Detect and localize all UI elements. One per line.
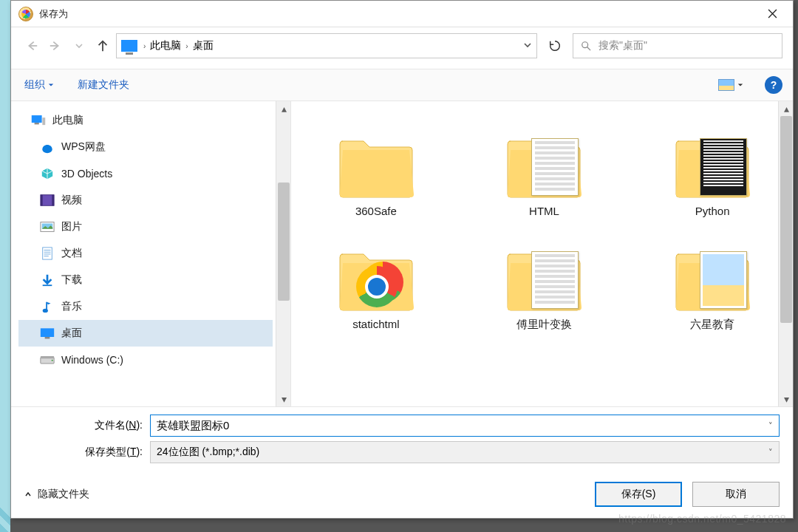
folder-icon	[673, 113, 751, 199]
music-icon	[39, 299, 55, 314]
svg-point-0	[582, 42, 588, 48]
filename-input[interactable]	[157, 420, 768, 432]
content-pane[interactable]: 360SafeHTMLPythonstatichtml傅里叶变换六星教育	[291, 101, 778, 406]
content-scrollbar[interactable]: ▴ ▾	[778, 101, 793, 406]
recent-dropdown[interactable]	[69, 35, 89, 56]
tree-item-desk[interactable]: 桌面	[18, 320, 273, 347]
folder-label: statichtml	[352, 318, 399, 330]
arrow-right-icon	[49, 39, 62, 52]
scrollbar-up-icon[interactable]: ▴	[276, 101, 291, 116]
address-bar[interactable]: › 此电脑 › 桌面	[116, 33, 537, 58]
scrollbar-thumb[interactable]	[278, 183, 290, 301]
filename-dropdown[interactable]: ˅	[768, 421, 773, 431]
svg-rect-6	[52, 195, 54, 206]
svg-rect-12	[41, 328, 54, 337]
folder-item[interactable]: 360Safe	[318, 113, 434, 217]
tree-item-music[interactable]: 音乐	[18, 293, 273, 320]
folder-item[interactable]: Python	[654, 113, 771, 217]
tree-root-thispc[interactable]: 此电脑	[18, 107, 273, 134]
folder-label: 傅里叶变换	[516, 318, 572, 332]
help-button[interactable]: ?	[765, 76, 782, 94]
breadcrumb-desktop[interactable]: 桌面	[193, 39, 214, 52]
search-placeholder: 搜索"桌面"	[598, 39, 647, 52]
tree-item-disk[interactable]: Windows (C:)	[18, 347, 273, 373]
forward-button[interactable]	[45, 35, 66, 56]
folder-preview	[700, 251, 747, 309]
scrollbar-down-icon[interactable]: ▾	[779, 392, 794, 406]
sidebar-wrap: 此电脑WPS网盘3D Objects视频图片文档下载音乐桌面Windows (C…	[11, 101, 290, 406]
dialog-title: 保存为	[39, 7, 68, 21]
arrow-left-icon	[25, 39, 38, 52]
folder-item[interactable]: 六星教育	[654, 226, 771, 332]
up-button[interactable]	[92, 35, 113, 56]
search-box[interactable]: 搜索"桌面"	[573, 33, 782, 58]
filename-input-wrapper: ˅	[150, 415, 780, 437]
this-pc-icon	[30, 113, 47, 128]
filename-label: 文件名(N):	[24, 419, 150, 432]
folder-preview	[700, 138, 747, 196]
folder-label: Python	[695, 205, 730, 217]
refresh-button[interactable]	[540, 33, 570, 58]
tree-item-cube[interactable]: 3D Objects	[18, 160, 273, 187]
scrollbar-down-icon[interactable]: ▾	[276, 392, 291, 406]
tree-item-down[interactable]: 下载	[18, 267, 273, 293]
toolbar: 组织 新建文件夹 ?	[11, 69, 793, 101]
tree-item-pic[interactable]: 图片	[18, 214, 273, 240]
folder-icon	[505, 226, 583, 312]
breadcrumb-sep: ›	[143, 42, 146, 50]
folder-label: 六星教育	[690, 318, 734, 332]
back-button[interactable]	[21, 35, 42, 56]
folder-label: 360Safe	[355, 205, 397, 217]
folder-item[interactable]: 傅里叶变换	[486, 226, 603, 332]
new-folder-button[interactable]: 新建文件夹	[75, 75, 132, 95]
save-as-dialog: 保存为 › 此电脑 › 桌面 搜索"桌面" 组织 新建文件夹	[10, 0, 794, 519]
folder-icon	[505, 113, 583, 199]
svg-rect-10	[43, 284, 52, 286]
hide-folders-toggle[interactable]: 隐藏文件夹	[24, 488, 89, 501]
background-strip	[0, 0, 10, 532]
save-button[interactable]: 保存(S)	[595, 482, 682, 507]
svg-rect-5	[41, 195, 43, 206]
watermark-text: https://blog.csdn.net/m0_5421828	[618, 513, 786, 525]
folder-item[interactable]: HTML	[486, 113, 603, 217]
folder-grid: 360SafeHTMLPythonstatichtml傅里叶变换六星教育	[318, 113, 771, 332]
collapse-icon	[24, 491, 32, 498]
filetype-value: 24位位图 (*.bmp;*.dib)	[157, 446, 259, 459]
scrollbar-thumb[interactable]	[780, 116, 792, 323]
close-button[interactable]	[751, 1, 793, 27]
filetype-select[interactable]: 24位位图 (*.bmp;*.dib) ˅	[150, 441, 780, 463]
title-bar: 保存为	[11, 1, 793, 27]
cube-icon	[39, 166, 55, 181]
wps-icon	[39, 140, 55, 154]
scrollbar-up-icon[interactable]: ▴	[779, 101, 794, 116]
chrome-icon	[356, 266, 398, 307]
svg-rect-2	[35, 123, 39, 124]
svg-rect-9	[43, 248, 52, 259]
navigation-tree: 此电脑WPS网盘3D Objects视频图片文档下载音乐桌面Windows (C…	[11, 101, 276, 406]
disk-icon	[39, 352, 55, 367]
video-icon	[39, 193, 55, 208]
tree-item-video[interactable]: 视频	[18, 187, 273, 214]
cancel-button[interactable]: 取消	[692, 482, 780, 507]
breadcrumb-dropdown[interactable]	[523, 40, 532, 52]
chevron-down-icon	[523, 41, 532, 50]
paint-app-icon	[18, 7, 33, 21]
down-icon	[39, 273, 55, 287]
body-area: 此电脑WPS网盘3D Objects视频图片文档下载音乐桌面Windows (C…	[11, 101, 793, 407]
arrow-up-icon	[96, 39, 109, 52]
sidebar-scrollbar[interactable]: ▴ ▾	[276, 101, 290, 406]
thumbnail-icon	[718, 79, 734, 91]
tree-item-wps[interactable]: WPS网盘	[18, 134, 273, 160]
folder-label: HTML	[529, 205, 559, 217]
breadcrumb-thispc[interactable]: 此电脑	[150, 39, 181, 52]
tree-item-doc[interactable]: 文档	[18, 240, 273, 267]
folder-item[interactable]: statichtml	[318, 226, 434, 332]
doc-icon	[39, 246, 55, 261]
view-mode-button[interactable]	[715, 77, 747, 93]
refresh-icon	[548, 39, 562, 52]
desk-icon	[39, 326, 55, 341]
footer: 隐藏文件夹 保存(S) 取消	[11, 471, 793, 518]
organize-menu[interactable]: 组织	[21, 75, 57, 95]
svg-rect-13	[45, 337, 50, 339]
svg-rect-3	[42, 117, 45, 125]
